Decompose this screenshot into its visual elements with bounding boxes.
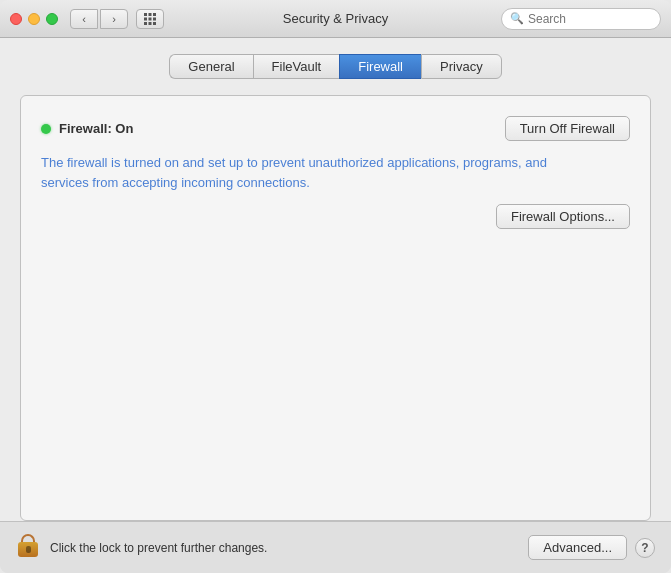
tab-general[interactable]: General: [169, 54, 252, 79]
search-input[interactable]: [528, 12, 648, 26]
firewall-options-button[interactable]: Firewall Options...: [496, 204, 630, 229]
svg-rect-0: [144, 13, 147, 16]
tab-filevault[interactable]: FileVault: [253, 54, 340, 79]
help-button[interactable]: ?: [635, 538, 655, 558]
maximize-button[interactable]: [46, 13, 58, 25]
svg-rect-8: [153, 22, 156, 25]
lock-icon[interactable]: [16, 534, 40, 562]
search-box[interactable]: 🔍: [501, 8, 661, 30]
svg-rect-3: [144, 17, 147, 20]
firewall-status-left: Firewall: On: [41, 121, 133, 136]
tab-firewall[interactable]: Firewall: [339, 54, 421, 79]
traffic-lights: [10, 13, 58, 25]
bottom-bar: Click the lock to prevent further change…: [0, 521, 671, 573]
svg-rect-5: [153, 17, 156, 20]
description-text-plain: The firewall is turned on and: [41, 155, 208, 170]
minimize-button[interactable]: [28, 13, 40, 25]
forward-button[interactable]: ›: [100, 9, 128, 29]
back-button[interactable]: ‹: [70, 9, 98, 29]
firewall-status-row: Firewall: On Turn Off Firewall: [41, 116, 630, 141]
search-icon: 🔍: [510, 12, 524, 25]
firewall-status-label: Firewall: On: [59, 121, 133, 136]
firewall-panel: Firewall: On Turn Off Firewall The firew…: [20, 95, 651, 521]
status-indicator: [41, 124, 51, 134]
advanced-button[interactable]: Advanced...: [528, 535, 627, 560]
firewall-options-row: Firewall Options...: [41, 204, 630, 229]
bottom-right-controls: Advanced... ?: [528, 535, 655, 560]
svg-rect-4: [149, 17, 152, 20]
grid-button[interactable]: [136, 9, 164, 29]
lock-body: [18, 542, 38, 557]
svg-rect-7: [149, 22, 152, 25]
lock-text: Click the lock to prevent further change…: [50, 541, 518, 555]
svg-rect-1: [149, 13, 152, 16]
main-content: General FileVault Firewall Privacy Firew…: [0, 38, 671, 521]
window-title: Security & Privacy: [283, 11, 388, 26]
turn-off-firewall-button[interactable]: Turn Off Firewall: [505, 116, 630, 141]
tab-bar: General FileVault Firewall Privacy: [20, 54, 651, 79]
tab-privacy[interactable]: Privacy: [421, 54, 502, 79]
lock-keyhole: [26, 546, 31, 553]
titlebar: ‹ › Security & Privacy 🔍: [0, 0, 671, 38]
close-button[interactable]: [10, 13, 22, 25]
nav-buttons: ‹ ›: [70, 9, 128, 29]
firewall-description: The firewall is turned on and set up to …: [41, 153, 630, 192]
svg-rect-6: [144, 22, 147, 25]
svg-rect-2: [153, 13, 156, 16]
